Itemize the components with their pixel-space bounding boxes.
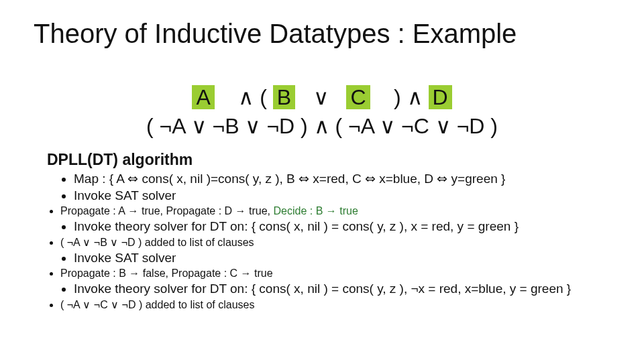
sub-bullet-propagate-2: Propagate : B → false, Propagate : C → t… <box>60 267 610 280</box>
var-C: C <box>346 85 370 109</box>
sub-bullet-list-4: ( ¬A ∨ ¬C ∨ ¬D ) added to list of clause… <box>60 298 610 311</box>
bullet-list: Map : { A ⇔ cons( x, nil )=cons( y, z ),… <box>74 171 610 203</box>
var-A: A <box>192 85 214 109</box>
var-B: B <box>273 85 295 109</box>
slide: Theory of Inductive Datatypes : Example … <box>0 0 644 362</box>
formula-line-2: ( ¬A ∨ ¬B ∨ ¬D ) ∧ ( ¬A ∨ ¬C ∨ ¬D ) <box>146 114 498 138</box>
propagate-text: Propagate : A → true, Propagate : D → tr… <box>60 205 274 217</box>
subheading: DPLL(DT) algorithm <box>47 151 610 169</box>
op-and-open: ∧ ( <box>238 85 272 109</box>
sub-bullet-list-2: ( ¬A ∨ ¬B ∨ ¬D ) added to list of clause… <box>60 236 610 249</box>
sub-bullet-clause-1: ( ¬A ∨ ¬B ∨ ¬D ) added to list of clause… <box>60 236 610 249</box>
bullet-map: Map : { A ⇔ cons( x, nil )=cons( y, z ),… <box>74 171 610 186</box>
bullet-invoke-sat-2: Invoke SAT solver <box>74 251 610 265</box>
op-or: ∨ <box>295 85 346 109</box>
bullet-theory-1: Invoke theory solver for DT on: { cons( … <box>74 219 610 234</box>
formula-line-1: A ∧ ( B ∨ C ) ∧ D ( ¬A ∨ ¬B ∨ ¬D ) ∧ ( ¬… <box>34 54 610 141</box>
bullet-list-3: Invoke SAT solver <box>74 251 610 265</box>
sub-bullet-propagate-decide: Propagate : A → true, Propagate : D → tr… <box>60 205 610 217</box>
bullet-theory-2: Invoke theory solver for DT on: { cons( … <box>74 282 610 296</box>
sub-bullet-clause-2: ( ¬A ∨ ¬C ∨ ¬D ) added to list of clause… <box>60 298 610 311</box>
body: DPLL(DT) algorithm Map : { A ⇔ cons( x, … <box>34 151 610 311</box>
slide-title: Theory of Inductive Datatypes : Example <box>34 19 610 49</box>
sub-bullet-list-3: Propagate : B → false, Propagate : C → t… <box>60 267 610 280</box>
bullet-list-4: Invoke theory solver for DT on: { cons( … <box>74 282 610 296</box>
bullet-list-2: Invoke theory solver for DT on: { cons( … <box>74 219 610 234</box>
decide-text: Decide : B → true <box>274 205 358 217</box>
var-D: D <box>429 85 452 109</box>
sub-bullet-list-1: Propagate : A → true, Propagate : D → tr… <box>60 205 610 217</box>
op-close-and: ) ∧ <box>370 85 429 109</box>
bullet-invoke-sat-1: Invoke SAT solver <box>74 188 610 203</box>
